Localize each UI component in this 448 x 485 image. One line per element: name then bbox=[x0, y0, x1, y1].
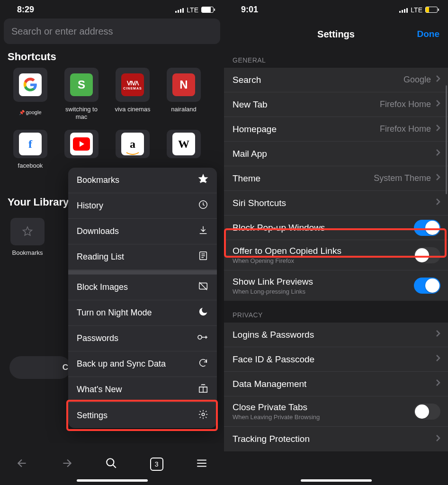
bottom-toolbar: 3 bbox=[0, 443, 224, 485]
general-header: GENERAL bbox=[224, 46, 448, 68]
context-menu: Bookmarks History Downloads Reading List… bbox=[68, 168, 217, 428]
time-right: 9:01 bbox=[241, 5, 258, 15]
row-mailapp[interactable]: Mail App bbox=[224, 142, 448, 166]
shortcut-facebook[interactable]: f facebook bbox=[10, 130, 50, 176]
shortcut-nairaland[interactable]: N nairaland bbox=[164, 68, 204, 120]
chevron-right-icon bbox=[436, 354, 440, 364]
shortcuts-title: Shortcuts bbox=[0, 50, 224, 68]
toggle-close-private[interactable] bbox=[414, 404, 440, 420]
svg-point-4 bbox=[198, 335, 202, 339]
privacy-header: PRIVACY bbox=[224, 301, 448, 323]
menu-sync[interactable]: Back up and Sync Data bbox=[68, 351, 217, 377]
star-icon bbox=[198, 174, 208, 187]
book-icon bbox=[198, 251, 208, 263]
status-bar-right: 9:01 LTE bbox=[224, 0, 448, 18]
menu-downloads[interactable]: Downloads bbox=[68, 219, 217, 244]
tabs-button[interactable]: 3 bbox=[150, 458, 163, 471]
forward-button[interactable] bbox=[61, 457, 73, 471]
chevron-right-icon bbox=[436, 379, 440, 389]
privacy-list: Logins & Passwords Face ID & Passcode Da… bbox=[224, 323, 448, 451]
row-close-private[interactable]: Close Private TabsWhen Leaving Private B… bbox=[224, 396, 448, 427]
settings-title: Settings bbox=[317, 29, 355, 40]
shortcuts-row-1: google S switching to mac ᐯIᐯᐱCINEMAS vi… bbox=[0, 68, 224, 120]
chevron-right-icon bbox=[436, 124, 440, 134]
key-icon bbox=[197, 332, 208, 345]
star-icon bbox=[22, 226, 33, 237]
home-indicator bbox=[77, 479, 148, 482]
signal-icon bbox=[399, 7, 408, 13]
row-data-mgmt[interactable]: Data Management bbox=[224, 372, 448, 396]
menu-separator bbox=[68, 270, 217, 275]
chevron-right-icon bbox=[436, 75, 440, 85]
chevron-right-icon bbox=[436, 198, 440, 208]
battery-icon bbox=[425, 7, 438, 13]
chevron-right-icon bbox=[436, 173, 440, 183]
left-phone: 8:29 LTE Search or enter address Shortcu… bbox=[0, 0, 224, 485]
sync-icon bbox=[198, 358, 208, 370]
menu-whats-new[interactable]: What's New bbox=[68, 377, 217, 403]
row-theme[interactable]: ThemeSystem Theme bbox=[224, 166, 448, 191]
shortcut-viva[interactable]: ᐯIᐯᐱCINEMAS viva cinemas bbox=[113, 68, 152, 120]
partial-pill[interactable]: C bbox=[9, 356, 71, 379]
back-button[interactable] bbox=[16, 457, 28, 471]
highlight-block-popup bbox=[224, 228, 447, 258]
done-button[interactable]: Done bbox=[417, 29, 440, 39]
row-tracking[interactable]: Tracking Protection bbox=[224, 427, 448, 451]
menu-button[interactable] bbox=[196, 457, 208, 471]
row-search[interactable]: SearchGoogle bbox=[224, 68, 448, 92]
download-icon bbox=[198, 225, 208, 238]
menu-reading-list[interactable]: Reading List bbox=[68, 244, 217, 270]
right-phone: 9:01 LTE Settings Done GENERAL SearchGoo… bbox=[224, 0, 448, 485]
signal-icon bbox=[175, 7, 184, 13]
search-input[interactable]: Search or enter address bbox=[4, 18, 220, 44]
svg-point-7 bbox=[107, 458, 114, 466]
general-list: SearchGoogle New TabFirefox Home Homepag… bbox=[224, 68, 448, 301]
network-label: LTE bbox=[187, 6, 198, 14]
search-button[interactable] bbox=[105, 457, 117, 471]
chevron-right-icon bbox=[436, 99, 440, 109]
row-siri[interactable]: Siri Shortcuts bbox=[224, 191, 448, 216]
menu-night-mode[interactable]: Turn on Night Mode bbox=[68, 300, 217, 326]
moon-icon bbox=[198, 306, 208, 319]
network-label: LTE bbox=[411, 6, 422, 14]
row-homepage[interactable]: HomepageFirefox Home bbox=[224, 117, 448, 142]
highlight-settings bbox=[66, 400, 218, 431]
row-newtab[interactable]: New TabFirefox Home bbox=[224, 92, 448, 117]
shortcut-switching[interactable]: S switching to mac bbox=[62, 68, 101, 120]
settings-header: Settings Done bbox=[224, 22, 448, 46]
menu-bookmarks[interactable]: Bookmarks bbox=[68, 168, 217, 193]
battery-icon bbox=[201, 7, 214, 13]
row-link-previews[interactable]: Show Link PreviewsWhen Long-pressing Lin… bbox=[224, 270, 448, 301]
scrollbar[interactable] bbox=[446, 85, 447, 194]
menu-passwords[interactable]: Passwords bbox=[68, 326, 217, 351]
home-indicator bbox=[301, 479, 372, 482]
menu-history[interactable]: History bbox=[68, 193, 217, 219]
shortcut-google[interactable]: google bbox=[10, 68, 50, 120]
toggle-link-previews[interactable] bbox=[414, 278, 440, 294]
chevron-right-icon bbox=[436, 330, 440, 340]
time-left: 8:29 bbox=[17, 5, 34, 15]
clock-icon bbox=[198, 199, 208, 212]
chevron-right-icon bbox=[436, 434, 440, 444]
status-bar-left: 8:29 LTE bbox=[0, 0, 224, 18]
menu-block-images[interactable]: Block Images bbox=[68, 275, 217, 300]
gift-icon bbox=[198, 383, 208, 396]
library-bookmarks[interactable]: Bookmarks bbox=[10, 218, 45, 256]
chevron-right-icon bbox=[436, 149, 440, 159]
no-image-icon bbox=[198, 281, 208, 294]
row-logins[interactable]: Logins & Passwords bbox=[224, 323, 448, 347]
row-faceid[interactable]: Face ID & Passcode bbox=[224, 347, 448, 372]
